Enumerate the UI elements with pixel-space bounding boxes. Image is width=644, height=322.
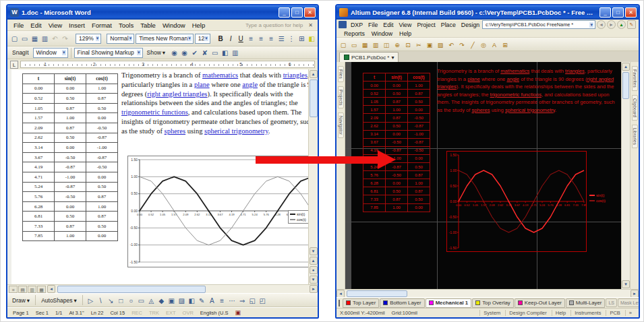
clipart-icon[interactable]: ▣ xyxy=(167,295,177,306)
trig-paragraph[interactable]: Trigonometry is a branch of mathematics … xyxy=(121,71,308,136)
comment-icon[interactable]: ▭ xyxy=(210,47,220,58)
undo-icon[interactable]: ↶ xyxy=(446,39,456,50)
reviewing-pane-icon[interactable]: ▥ xyxy=(230,47,240,58)
menu-edit[interactable]: Edit xyxy=(27,21,45,30)
hyperlink[interactable]: triangles xyxy=(283,71,308,79)
toggle-rec[interactable]: REC xyxy=(131,310,142,316)
hyperlink[interactable]: spheres xyxy=(165,127,186,135)
pcb-trig-table[interactable]: tsin(t)cos(t)0.000.001.000.520.500.871.0… xyxy=(363,73,430,212)
highlight-icon[interactable]: ◧ xyxy=(307,33,317,44)
status-button-pcb[interactable]: PCB xyxy=(606,310,623,316)
oval-icon[interactable]: ○ xyxy=(126,295,136,306)
fill-color-icon[interactable]: ◧ xyxy=(187,295,197,306)
maximize-button[interactable]: □ xyxy=(612,7,624,18)
print-icon[interactable]: ▥ xyxy=(371,39,380,50)
horizontal-scrollbar[interactable]: ◄ ► xyxy=(336,289,639,297)
vertical-scrollbar[interactable]: ▲ ▼ ▲ ● ▼ xyxy=(308,69,318,284)
panel-tab-clipboard[interactable]: Clipboard xyxy=(632,95,638,121)
scroll-up-icon[interactable]: ▲ xyxy=(622,63,630,71)
toggle-trk[interactable]: TRK xyxy=(149,310,159,316)
menu-file[interactable]: File xyxy=(365,22,380,28)
scroll-left-icon[interactable]: ◄ xyxy=(47,285,55,293)
menu-place[interactable]: Place xyxy=(438,22,459,28)
browse-select-icon[interactable]: ● xyxy=(310,266,318,274)
line-color-icon[interactable]: ✎ xyxy=(197,295,207,306)
menu-reports[interactable]: Reports xyxy=(341,30,368,38)
cut-icon[interactable]: ✂ xyxy=(414,39,423,50)
scroll-right-icon[interactable]: ► xyxy=(631,290,639,298)
print-layout-icon[interactable]: ▥ xyxy=(28,286,36,293)
place-text-icon[interactable]: A xyxy=(490,39,499,50)
align-left-icon[interactable]: ≡ xyxy=(246,33,256,44)
dxp-icon[interactable] xyxy=(339,21,347,28)
menu-project[interactable]: Project xyxy=(414,22,438,28)
highlight-change-icon[interactable]: ◧ xyxy=(220,47,230,58)
scrollbar-thumb[interactable] xyxy=(57,286,206,293)
word-titlebar[interactable]: W 1.doc - Microsoft Word _ □ ✕ xyxy=(7,5,318,20)
status-button-system[interactable]: System xyxy=(479,310,504,316)
hyperlink[interactable]: mathematics xyxy=(500,68,529,74)
new-document-icon[interactable]: ▢ xyxy=(339,39,348,50)
reject-change-icon[interactable]: ✘ xyxy=(200,47,210,58)
scroll-left-icon[interactable]: ◄ xyxy=(336,290,345,298)
underline-icon[interactable]: U xyxy=(236,33,246,44)
horizontal-scrollbar[interactable]: ≡▤▥▦ ◄ ► xyxy=(7,284,318,293)
hyperlink[interactable]: spherical trigonometry xyxy=(204,127,268,135)
minimize-button[interactable]: _ xyxy=(279,7,290,18)
trig-table[interactable]: tsin(t)cos(t)0.000.001.000.520.500.871.0… xyxy=(22,73,118,241)
scroll-down-icon[interactable]: ▼ xyxy=(310,247,318,255)
hyperlink[interactable]: spheres xyxy=(472,107,490,113)
scroll-up-icon[interactable]: ▲ xyxy=(310,70,318,78)
print-preview-icon[interactable]: ◫ xyxy=(382,39,391,50)
font-combo[interactable]: Times New Roman▾ xyxy=(136,34,193,44)
threed-icon[interactable]: ◰ xyxy=(258,295,268,306)
select-arrow-icon[interactable]: ▷ xyxy=(86,295,96,306)
line-style-icon[interactable]: ≡ xyxy=(217,295,227,306)
align-center-icon[interactable]: ≡ xyxy=(256,33,266,44)
scrollbar-thumb[interactable] xyxy=(347,290,407,297)
word-sin-cos-chart[interactable]: 1.501.000.500.00-0.50-1.00-1.500.000.521… xyxy=(127,156,308,267)
web-layout-icon[interactable]: ▤ xyxy=(18,286,27,293)
back-icon[interactable]: ◄ xyxy=(597,20,606,29)
menu-dxp[interactable]: DXP xyxy=(348,22,365,28)
hyperlink[interactable]: angle xyxy=(242,81,258,88)
menu-help[interactable]: Help xyxy=(189,21,209,30)
arrow-icon[interactable]: ↘ xyxy=(106,295,116,306)
place-pad-icon[interactable]: ◎ xyxy=(479,39,488,50)
copy-icon[interactable]: ▣ xyxy=(425,39,434,50)
scrollbar-thumb[interactable] xyxy=(622,72,629,99)
line-spacing-icon[interactable]: ☰ xyxy=(276,33,287,44)
menubar-close-icon[interactable]: ✕ xyxy=(306,22,315,28)
align-right-icon[interactable]: ≡ xyxy=(266,33,276,44)
redo-icon[interactable]: ↷ xyxy=(60,33,70,44)
hyperlink[interactable]: plane xyxy=(467,76,480,82)
place-line-icon[interactable]: ╱ xyxy=(468,39,477,50)
open-icon[interactable]: ▭ xyxy=(20,33,30,44)
borders-icon[interactable]: ⊞ xyxy=(297,33,307,44)
maximize-button[interactable]: □ xyxy=(291,7,303,18)
close-button[interactable]: ✕ xyxy=(304,7,316,18)
bold-icon[interactable]: B xyxy=(216,33,226,44)
menu-tools[interactable]: Tools xyxy=(115,21,137,30)
layer-tab-mechanical-1[interactable]: Mechanical 1 xyxy=(426,298,472,308)
redo-icon[interactable]: ↷ xyxy=(457,39,467,50)
hyperlink[interactable]: spherical trigonometry xyxy=(505,107,555,113)
save-icon[interactable]: ▦ xyxy=(360,39,370,50)
horizontal-ruler[interactable]: 123456 xyxy=(20,61,315,68)
pcb-trig-paragraph[interactable]: Trigonometry is a branch of mathematics … xyxy=(437,67,619,114)
zoom-fit-icon[interactable]: ⊡ xyxy=(403,39,413,50)
layer-tab-top-layer[interactable]: Top Layer xyxy=(343,298,379,308)
picture-icon[interactable]: ▨ xyxy=(177,295,187,306)
font-color-icon[interactable]: A xyxy=(207,295,217,306)
paste-icon[interactable]: ▨ xyxy=(436,39,445,50)
current-layer-swatch[interactable] xyxy=(339,300,340,307)
scroll-right-icon[interactable]: ► xyxy=(310,285,318,293)
hyperlink[interactable]: angle xyxy=(506,76,519,82)
next-change-icon[interactable]: ◉ xyxy=(179,47,189,58)
save-icon[interactable]: ▦ xyxy=(30,33,40,44)
up-arrow-icon[interactable]: ▲ xyxy=(617,20,626,29)
minimize-button[interactable]: _ xyxy=(599,7,611,18)
document-page[interactable]: tsin(t)cos(t)0.000.001.000.520.500.871.0… xyxy=(7,69,308,284)
undo-icon[interactable]: ↶ xyxy=(50,33,60,44)
numbering-icon[interactable]: ⋮ xyxy=(287,33,297,44)
